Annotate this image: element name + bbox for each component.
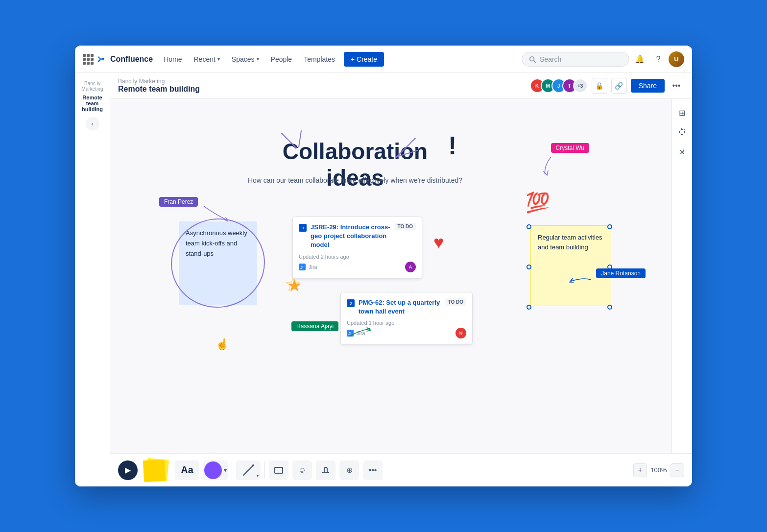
confluence-logo[interactable]: Confluence — [97, 54, 153, 64]
sticky-regular-text: Regular team activities and team buildin… — [538, 234, 602, 251]
svg-text:J: J — [300, 265, 303, 270]
circle-doodle — [167, 216, 269, 311]
selection-handle-ml[interactable] — [527, 265, 531, 269]
hassana-ajayi-label: Hassana Ajayi — [291, 321, 338, 331]
selection-handle-tr[interactable] — [607, 224, 612, 229]
svg-line-3 — [299, 131, 301, 147]
selection-handle-bl[interactable] — [527, 305, 531, 310]
table-layout-icon[interactable]: ⊞ — [674, 105, 690, 121]
sticky-tool[interactable] — [142, 458, 171, 483]
page-title: Remote team building — [75, 94, 110, 113]
jira-label-1: Jira — [309, 264, 317, 270]
collaborators-avatars: K M J T +3 — [530, 78, 588, 93]
toolbar-divider-1 — [232, 461, 232, 479]
nav-templates[interactable]: Templates — [299, 52, 340, 66]
nav-home[interactable]: Home — [159, 52, 187, 66]
shape-circle — [204, 461, 222, 479]
nav-recent[interactable]: Recent▾ — [189, 52, 224, 66]
jira-logo-1: J — [299, 264, 306, 270]
svg-line-2 — [282, 133, 296, 148]
search-icon — [529, 56, 536, 63]
jira-card-2-meta: Updated 1 hour ago — [347, 320, 466, 326]
jira-card-1-avatar: A — [405, 262, 416, 272]
breadcrumb-text: Banc.ly Marketing — [118, 78, 526, 85]
jira-card-1-title: JSRE-29: Introduce cross-geo project col… — [311, 223, 391, 250]
svg-point-6 — [167, 216, 269, 311]
svg-rect-14 — [322, 472, 329, 473]
user-avatar[interactable]: U — [669, 51, 684, 67]
stamp-tool[interactable] — [316, 460, 336, 480]
arrow-hassana — [350, 326, 375, 341]
jira-icon-2: J — [347, 299, 355, 307]
zoom-plus-button[interactable]: + — [633, 463, 647, 477]
selection-handle-br[interactable] — [607, 305, 612, 310]
more-tools-button[interactable]: ••• — [363, 460, 383, 480]
svg-line-4 — [396, 138, 415, 158]
timer-icon[interactable]: ⏱ — [674, 124, 690, 140]
zoom-control: + 100% − — [633, 463, 684, 477]
jira-card-2-title: PMG-62: Set up a quarterly town hall eve… — [359, 298, 441, 316]
crystal-wu-label: Crystal Wu — [551, 143, 589, 153]
svg-rect-13 — [275, 467, 283, 473]
canvas-subtitle: How can our team collaborate more effect… — [247, 176, 463, 184]
jira-card-1[interactable]: J JSRE-29: Introduce cross-geo project c… — [292, 217, 422, 279]
zoom-minus-button[interactable]: − — [671, 463, 684, 477]
svg-point-12 — [252, 464, 254, 466]
jira-card-1-header: J JSRE-29: Introduce cross-geo project c… — [299, 223, 416, 250]
page-header-left: Banc.ly Marketing Remote team building — [118, 78, 526, 94]
selection-handle-tl[interactable] — [527, 224, 531, 229]
more-options-button[interactable]: ••• — [669, 78, 684, 94]
hundred-emoji: 💯 — [526, 191, 550, 214]
confluence-name: Confluence — [110, 55, 153, 64]
arrow-crystal — [541, 157, 556, 176]
smiley-tool[interactable]: ☺ — [292, 460, 312, 480]
sticky-note-regular[interactable]: Regular team activities and team buildin… — [530, 225, 611, 306]
play-button[interactable]: ▶ — [118, 460, 138, 480]
create-button[interactable]: + Create — [344, 52, 384, 67]
rectangle-tool[interactable] — [269, 460, 288, 480]
breadcrumb: Banc.ly Marketing — [75, 79, 110, 94]
exclamation-decoration: ! — [448, 131, 456, 160]
jira-card-2-avatar: H — [455, 328, 466, 339]
left-sidebar: Banc.ly Marketing Remote team building ‹ — [75, 73, 110, 486]
nav-people[interactable]: People — [266, 52, 297, 66]
notifications-icon[interactable]: 🔔 — [631, 51, 648, 68]
nav-spaces[interactable]: Spaces▾ — [227, 52, 264, 66]
avatar-overflow-count: +3 — [573, 78, 588, 93]
stamp-icon — [321, 465, 331, 475]
share-button[interactable]: Share — [631, 79, 665, 93]
sticky-front — [143, 459, 166, 482]
sidebar-toggle[interactable]: ‹ — [86, 117, 99, 131]
app-grid-icon[interactable] — [83, 54, 94, 65]
doodle-lines-left — [277, 128, 316, 160]
link-tool[interactable]: ⊕ — [339, 460, 359, 480]
jane-rotanson-label: Jane Rotanson — [596, 268, 646, 278]
text-tool[interactable]: Aa — [175, 460, 199, 480]
top-navigation: Confluence Home Recent▾ Spaces▾ People T… — [75, 46, 692, 73]
lock-icon-button[interactable]: 🔒 — [592, 78, 607, 94]
pointer-tool-icon[interactable]: ✈ — [671, 141, 692, 163]
jira-card-1-meta: Updated 2 hours ago — [299, 254, 416, 260]
jira-card-1-footer: J Jira A — [299, 262, 416, 272]
line-icon — [241, 463, 255, 477]
jira-card-2-header: J PMG-62: Set up a quarterly town hall e… — [347, 298, 466, 316]
star-outline: ☆ — [284, 273, 302, 295]
canvas-area[interactable]: Collaboration ideas ! — [110, 99, 692, 453]
main-area: Banc.ly Marketing Remote team building K… — [110, 73, 692, 486]
jira-icon-1: J — [299, 224, 307, 232]
svg-line-11 — [243, 465, 253, 475]
fran-perez-label: Fran Perez — [159, 197, 198, 207]
help-icon[interactable]: ? — [650, 51, 667, 68]
right-sidebar: ⊞ ⏱ ✈ — [671, 99, 692, 453]
toolbar-divider-2 — [264, 461, 265, 479]
link-icon-button[interactable]: 🔗 — [611, 78, 627, 94]
shape-tool[interactable]: ▾ — [203, 460, 228, 480]
search-bar[interactable]: Search — [522, 52, 629, 67]
doodle-svg-2 — [386, 128, 425, 168]
jira-card-2-badge: TO DO — [445, 298, 466, 306]
page-header: Banc.ly Marketing Remote team building K… — [110, 73, 692, 99]
line-tool[interactable]: ▾ — [236, 460, 261, 480]
body-area: Banc.ly Marketing Remote team building ‹… — [75, 73, 692, 486]
doodle-svg-1 — [277, 128, 316, 158]
page-header-right: K M J T +3 🔒 🔗 Share ••• — [530, 78, 684, 94]
